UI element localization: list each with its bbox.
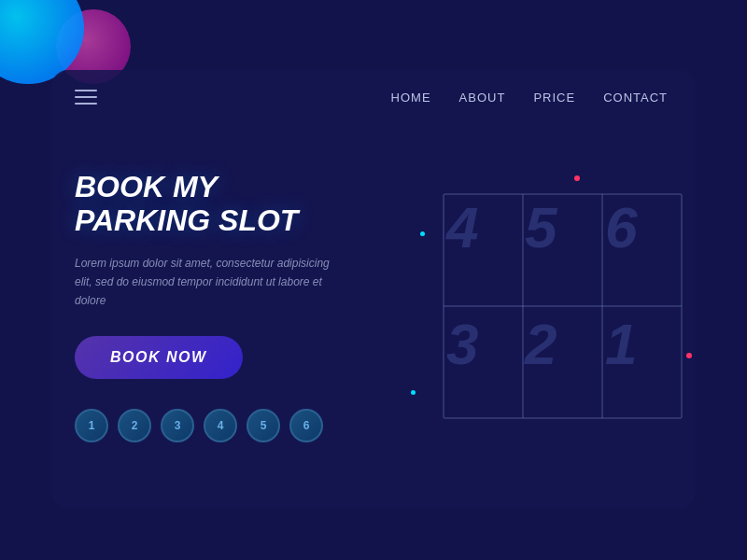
parking-grid-section: 4 5 6 3 2 1 <box>411 166 696 446</box>
slot-6: 6 <box>605 194 635 260</box>
hamburger-line-1 <box>75 90 97 91</box>
heading-line1: BOOK MY <box>75 170 218 203</box>
nav-about[interactable]: ABOUT <box>459 91 506 105</box>
carousel-dots: 1 2 3 4 5 6 <box>75 409 392 442</box>
navbar: HOME ABOUT PRICE CONTACT <box>51 70 696 119</box>
carousel-dot-1[interactable]: 1 <box>75 409 108 442</box>
main-heading: BOOK MY PARKING SLOT <box>75 170 392 239</box>
book-now-button[interactable]: BOOK NOW <box>75 336 243 379</box>
nav-links: HOME ABOUT PRICE CONTACT <box>391 89 668 105</box>
hamburger-menu[interactable] <box>75 90 97 105</box>
carousel-dot-2[interactable]: 2 <box>118 409 151 442</box>
slot-5: 5 <box>525 194 555 260</box>
parking-grid: 4 5 6 3 2 1 <box>439 185 696 427</box>
carousel-dot-3[interactable]: 3 <box>161 409 194 442</box>
nav-home[interactable]: HOME <box>391 91 431 105</box>
carousel-dot-4[interactable]: 4 <box>204 409 237 442</box>
nav-price[interactable]: PRICE <box>533 91 575 105</box>
decorative-dot-pink-2 <box>686 353 692 358</box>
decorative-dot-cyan-2 <box>411 390 416 395</box>
nav-contact[interactable]: CONTACT <box>603 91 668 105</box>
heading-line2: PARKING SLOT <box>75 203 298 237</box>
slot-1: 1 <box>605 311 635 377</box>
grid-lines-svg <box>439 185 696 427</box>
hamburger-line-3 <box>75 103 97 105</box>
decorative-dot-cyan-1 <box>420 231 425 236</box>
slot-4: 4 <box>446 194 476 260</box>
content-area: BOOK MY PARKING SLOT Lorem ipsum dolor s… <box>51 119 696 502</box>
carousel-dot-5[interactable]: 5 <box>247 409 280 442</box>
decorative-dot-pink-1 <box>574 175 580 181</box>
slot-2: 2 <box>525 311 555 377</box>
hero-description: Lorem ipsum dolor sit amet, consectetur … <box>75 255 336 310</box>
slot-3: 3 <box>446 311 476 377</box>
carousel-dot-6[interactable]: 6 <box>289 409 323 442</box>
hamburger-line-2 <box>75 96 97 98</box>
main-card: HOME ABOUT PRICE CONTACT BOOK MY PARKING… <box>51 70 696 509</box>
left-section: BOOK MY PARKING SLOT Lorem ipsum dolor s… <box>75 170 411 443</box>
